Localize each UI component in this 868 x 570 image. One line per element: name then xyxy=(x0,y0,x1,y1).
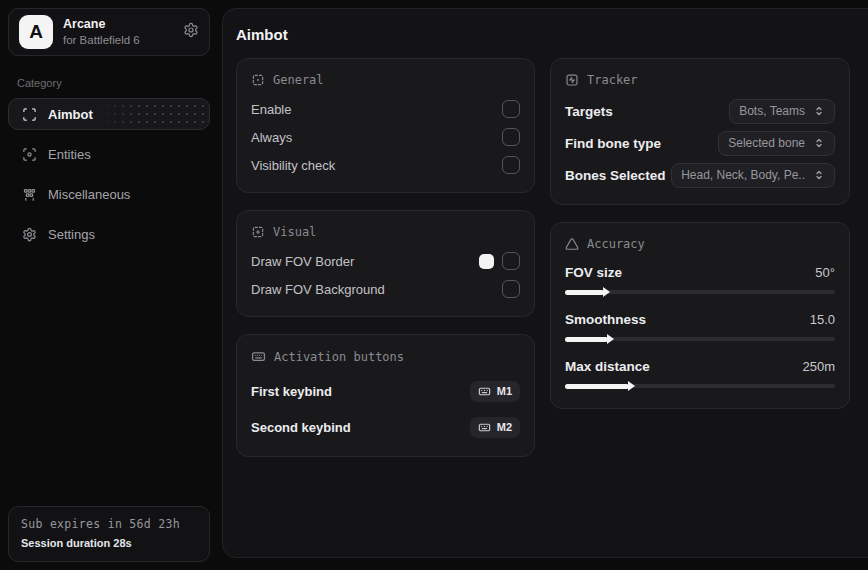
app-meta: Arcane for Battlefield 6 xyxy=(63,17,173,47)
setting-row-smoothness: Smoothness 15.0 xyxy=(565,308,835,346)
activity-square-icon xyxy=(565,73,579,87)
unfold-icon xyxy=(813,137,825,149)
subscription-card: Sub expires in 56d 23h Session duration … xyxy=(8,506,210,562)
slider-fill xyxy=(565,290,604,295)
general-card: General Enable Always Visibility check xyxy=(236,58,535,193)
setting-row-enable: Enable xyxy=(251,95,520,123)
setting-label: Max distance xyxy=(565,359,650,374)
slider-thumb[interactable] xyxy=(607,334,614,344)
setting-row-draw-fov-border: Draw FOV Border xyxy=(251,247,520,275)
category-label: Category xyxy=(17,77,210,89)
setting-label: Draw FOV Border xyxy=(251,254,354,269)
setting-label: First keybind xyxy=(251,384,332,399)
setting-row-second-keybind: Second keybind M2 xyxy=(251,411,520,443)
first-keybind-button[interactable]: M1 xyxy=(470,381,520,402)
select-value: Selected bone xyxy=(728,136,805,150)
always-checkbox[interactable] xyxy=(502,128,520,146)
session-duration-text: Session duration 28s xyxy=(21,535,197,552)
sidebar-item-aimbot[interactable]: Aimbot xyxy=(8,98,210,130)
keyboard-icon xyxy=(478,385,491,398)
fov-size-slider[interactable] xyxy=(565,285,835,299)
gear-icon xyxy=(22,227,37,242)
sparkle-square-icon xyxy=(251,225,265,239)
slider-fill xyxy=(565,337,608,342)
activation-card: Activation buttons First keybind M1 Seco… xyxy=(236,334,535,457)
targets-select[interactable]: Bots, Teams xyxy=(729,99,835,124)
sidebar-item-entities[interactable]: Entities xyxy=(8,138,210,170)
slider-thumb[interactable] xyxy=(628,381,635,391)
sidebar-item-label: Miscellaneous xyxy=(48,187,130,202)
setting-label: Targets xyxy=(565,104,613,119)
triangle-icon xyxy=(565,237,579,251)
section-title: Accuracy xyxy=(587,237,645,251)
sidebar: A Arcane for Battlefield 6 Category Aimb… xyxy=(0,0,218,570)
setting-row-visibility-check: Visibility check xyxy=(251,151,520,179)
gear-icon xyxy=(183,22,199,42)
section-title: General xyxy=(273,73,324,87)
setting-label: FOV size xyxy=(565,265,622,280)
setting-label: Visibility check xyxy=(251,158,335,173)
max-distance-slider[interactable] xyxy=(565,379,835,393)
main-panel: Aimbot General Enable Always xyxy=(222,8,868,558)
setting-row-first-keybind: First keybind M1 xyxy=(251,375,520,407)
tracker-card: Tracker Targets Bots, Teams Find bone ty… xyxy=(550,58,850,205)
draw-fov-border-checkbox[interactable] xyxy=(502,252,520,270)
setting-row-fov-size: FOV size 50° xyxy=(565,261,835,299)
unfold-icon xyxy=(813,105,825,117)
slider-fill xyxy=(565,384,629,389)
visual-card: Visual Draw FOV Border Draw FOV Backgrou… xyxy=(236,210,535,317)
page-title: Aimbot xyxy=(236,26,863,43)
sidebar-nav: Aimbot Entities Miscellaneous Settings xyxy=(8,98,210,250)
slider-value: 250m xyxy=(802,359,835,374)
setting-row-find-bone-type: Find bone type Selected bone xyxy=(565,127,835,159)
setting-row-targets: Targets Bots, Teams xyxy=(565,95,835,127)
section-title: Visual xyxy=(273,225,316,239)
keybind-value: M2 xyxy=(497,421,512,433)
setting-row-draw-fov-background: Draw FOV Background xyxy=(251,275,520,303)
keybind-value: M1 xyxy=(497,385,512,397)
focus-icon xyxy=(251,73,265,87)
draw-fov-background-checkbox[interactable] xyxy=(502,280,520,298)
keyboard-icon xyxy=(251,349,266,364)
setting-label: Find bone type xyxy=(565,136,661,151)
enable-checkbox[interactable] xyxy=(502,100,520,118)
sidebar-item-miscellaneous[interactable]: Miscellaneous xyxy=(8,178,210,210)
second-keybind-button[interactable]: M2 xyxy=(470,417,520,438)
app-header-card: A Arcane for Battlefield 6 xyxy=(8,8,210,56)
unfold-icon xyxy=(813,169,825,181)
accuracy-card: Accuracy FOV size 50° Smoothness xyxy=(550,222,850,409)
slider-thumb[interactable] xyxy=(603,287,610,297)
select-value: Bots, Teams xyxy=(739,104,805,118)
app-settings-button[interactable] xyxy=(183,22,199,42)
setting-label: Second keybind xyxy=(251,420,351,435)
setting-label: Draw FOV Background xyxy=(251,282,385,297)
scan-icon xyxy=(22,107,37,122)
setting-label: Smoothness xyxy=(565,312,646,327)
app-logo: A xyxy=(19,15,53,49)
setting-row-always: Always xyxy=(251,123,520,151)
app-subtitle: for Battlefield 6 xyxy=(63,33,173,47)
setting-label: Always xyxy=(251,130,292,145)
find-bone-type-select[interactable]: Selected bone xyxy=(718,131,835,156)
scan-eye-icon xyxy=(22,147,37,162)
setting-label: Bones Selected xyxy=(565,168,666,183)
section-title: Activation buttons xyxy=(274,350,404,364)
grid-dots-icon xyxy=(22,187,37,202)
sub-expiry-text: Sub expires in 56d 23h xyxy=(21,516,197,533)
sidebar-item-label: Entities xyxy=(48,147,91,162)
section-title: Tracker xyxy=(587,73,638,87)
sidebar-item-label: Settings xyxy=(48,227,95,242)
setting-row-bones-selected: Bones Selected Head, Neck, Body, Pe.. xyxy=(565,159,835,191)
sidebar-item-label: Aimbot xyxy=(48,107,93,122)
slider-value: 50° xyxy=(815,265,835,280)
bones-selected-select[interactable]: Head, Neck, Body, Pe.. xyxy=(671,163,835,188)
keyboard-icon xyxy=(478,421,491,434)
app-name: Arcane xyxy=(63,17,173,33)
sidebar-item-settings[interactable]: Settings xyxy=(8,218,210,250)
slider-value: 15.0 xyxy=(810,312,835,327)
setting-label: Enable xyxy=(251,102,291,117)
smoothness-slider[interactable] xyxy=(565,332,835,346)
setting-row-max-distance: Max distance 250m xyxy=(565,355,835,393)
visibility-check-checkbox[interactable] xyxy=(502,156,520,174)
fov-border-color-swatch[interactable] xyxy=(479,254,494,269)
